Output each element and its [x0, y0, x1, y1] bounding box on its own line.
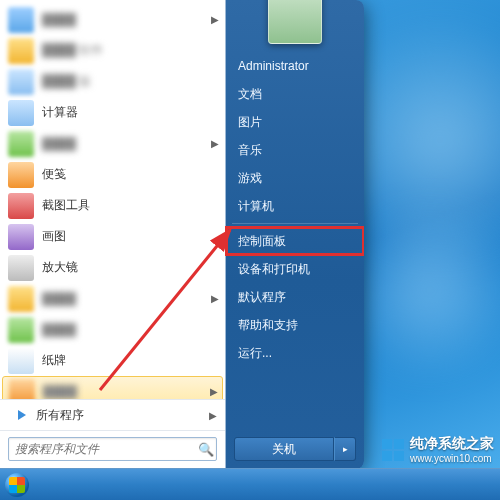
- program-item[interactable]: ████▶: [0, 128, 225, 159]
- submenu-arrow-icon: ▶: [211, 14, 219, 25]
- all-programs-button[interactable]: 所有程序 ▶: [0, 399, 225, 430]
- wallpaper-glow: [340, 200, 500, 380]
- search-icon: 🔍: [196, 442, 216, 457]
- shutdown-button[interactable]: 关机: [234, 437, 334, 461]
- program-item[interactable]: ████: [0, 314, 225, 345]
- system-links-list: Administrator文档图片音乐游戏计算机控制面板设备和打印机默认程序帮助…: [226, 50, 364, 431]
- program-label: 放大镜: [42, 259, 219, 276]
- search-box[interactable]: 🔍: [8, 437, 217, 461]
- program-icon: [8, 224, 34, 250]
- program-item[interactable]: ████▶: [0, 4, 225, 35]
- program-label: ████: [42, 13, 211, 27]
- start-menu: ████▶████ 软件████ 版计算器████▶便笺截图工具画图放大镜███…: [0, 0, 364, 469]
- program-label: ████: [42, 137, 211, 151]
- program-icon: [8, 69, 34, 95]
- watermark-logo-icon: [382, 439, 404, 461]
- program-item[interactable]: ████ 软件: [0, 35, 225, 66]
- program-label: ████: [42, 323, 219, 337]
- system-link-user[interactable]: Administrator: [226, 52, 364, 80]
- program-icon: [8, 193, 34, 219]
- system-link-control-panel[interactable]: 控制面板: [226, 227, 364, 255]
- separator: [232, 223, 358, 224]
- program-icon: [8, 131, 34, 157]
- program-label: ████: [43, 385, 210, 399]
- system-link-defaults[interactable]: 默认程序: [226, 283, 364, 311]
- watermark: 纯净系统之家 www.ycwin10.com: [382, 435, 494, 464]
- submenu-arrow-icon: ▶: [211, 138, 219, 149]
- program-item[interactable]: 放大镜: [0, 252, 225, 283]
- desktop: ████▶████ 软件████ 版计算器████▶便笺截图工具画图放大镜███…: [0, 0, 500, 500]
- all-programs-label: 所有程序: [36, 407, 84, 424]
- program-label: 画图: [42, 228, 219, 245]
- start-menu-right-pane: Administrator文档图片音乐游戏计算机控制面板设备和打印机默认程序帮助…: [226, 0, 364, 469]
- search-area: 🔍: [0, 430, 225, 469]
- taskbar[interactable]: [0, 468, 500, 500]
- system-link-computer[interactable]: 计算机: [226, 192, 364, 220]
- program-icon: [8, 255, 34, 281]
- program-label: ████ 软件: [42, 42, 219, 59]
- start-button[interactable]: [0, 469, 34, 500]
- program-label: 便笺: [42, 166, 219, 183]
- program-label: 计算器: [42, 104, 219, 121]
- program-label: ████: [42, 292, 211, 306]
- search-input[interactable]: [9, 442, 196, 456]
- program-item[interactable]: 截图工具: [0, 190, 225, 221]
- program-icon: [9, 379, 35, 400]
- program-icon: [8, 317, 34, 343]
- program-icon: [8, 162, 34, 188]
- watermark-text: 纯净系统之家 www.ycwin10.com: [410, 435, 494, 464]
- program-label: ████ 版: [42, 73, 219, 90]
- system-link-help[interactable]: 帮助和支持: [226, 311, 364, 339]
- program-item[interactable]: 便笺: [0, 159, 225, 190]
- program-icon: [8, 100, 34, 126]
- power-area: 关机 ▸: [226, 431, 364, 469]
- system-link-run[interactable]: 运行...: [226, 339, 364, 367]
- program-icon: [8, 38, 34, 64]
- program-item[interactable]: 画图: [0, 221, 225, 252]
- system-link-pictures[interactable]: 图片: [226, 108, 364, 136]
- program-item[interactable]: ████▶: [2, 376, 223, 399]
- program-icon: [8, 348, 34, 374]
- program-icon: [8, 286, 34, 312]
- system-link-games[interactable]: 游戏: [226, 164, 364, 192]
- user-avatar[interactable]: [268, 0, 322, 44]
- program-item[interactable]: 纸牌: [0, 345, 225, 376]
- recent-programs-list: ████▶████ 软件████ 版计算器████▶便笺截图工具画图放大镜███…: [0, 0, 225, 399]
- submenu-arrow-icon: ▶: [210, 386, 218, 397]
- program-item[interactable]: ████▶: [0, 283, 225, 314]
- system-link-documents[interactable]: 文档: [226, 80, 364, 108]
- program-label: 纸牌: [42, 352, 219, 369]
- program-label: 截图工具: [42, 197, 219, 214]
- program-item[interactable]: 计算器: [0, 97, 225, 128]
- start-menu-left-pane: ████▶████ 软件████ 版计算器████▶便笺截图工具画图放大镜███…: [0, 0, 226, 469]
- submenu-arrow-icon: ▶: [211, 293, 219, 304]
- program-icon: [8, 7, 34, 33]
- system-link-music[interactable]: 音乐: [226, 136, 364, 164]
- all-programs-arrow-icon: [18, 410, 26, 420]
- chevron-right-icon: ▶: [209, 410, 217, 421]
- shutdown-options-button[interactable]: ▸: [334, 437, 356, 461]
- program-item[interactable]: ████ 版: [0, 66, 225, 97]
- system-link-devices[interactable]: 设备和打印机: [226, 255, 364, 283]
- windows-logo-icon: [5, 473, 29, 497]
